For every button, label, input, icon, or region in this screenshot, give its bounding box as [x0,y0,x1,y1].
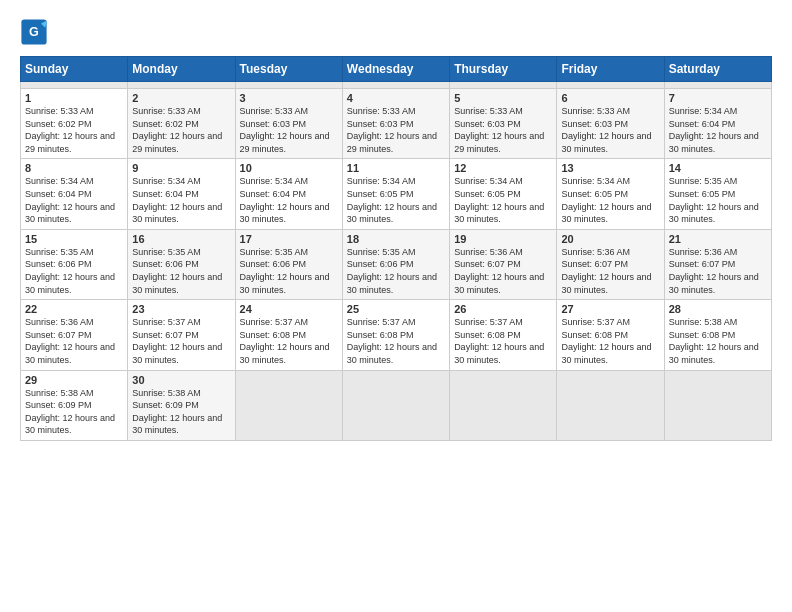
day-info: Sunrise: 5:34 AMSunset: 6:05 PMDaylight:… [454,175,552,225]
day-cell: 2 Sunrise: 5:33 AMSunset: 6:02 PMDayligh… [128,89,235,159]
day-info: Sunrise: 5:33 AMSunset: 6:03 PMDaylight:… [347,105,445,155]
day-info: Sunrise: 5:35 AMSunset: 6:06 PMDaylight:… [132,246,230,296]
day-number: 28 [669,303,767,315]
day-number: 21 [669,233,767,245]
day-info: Sunrise: 5:36 AMSunset: 6:07 PMDaylight:… [561,246,659,296]
day-info: Sunrise: 5:33 AMSunset: 6:02 PMDaylight:… [132,105,230,155]
day-cell [235,82,342,89]
logo: G [20,18,50,46]
day-number: 7 [669,92,767,104]
day-cell: 13 Sunrise: 5:34 AMSunset: 6:05 PMDaylig… [557,159,664,229]
day-number: 16 [132,233,230,245]
day-cell [128,82,235,89]
day-number: 17 [240,233,338,245]
day-number: 5 [454,92,552,104]
day-number: 13 [561,162,659,174]
day-info: Sunrise: 5:37 AMSunset: 6:08 PMDaylight:… [240,316,338,366]
day-info: Sunrise: 5:34 AMSunset: 6:04 PMDaylight:… [240,175,338,225]
day-cell [21,82,128,89]
day-cell: 12 Sunrise: 5:34 AMSunset: 6:05 PMDaylig… [450,159,557,229]
day-info: Sunrise: 5:34 AMSunset: 6:04 PMDaylight:… [132,175,230,225]
week-row-3: 15 Sunrise: 5:35 AMSunset: 6:06 PMDaylig… [21,229,772,299]
col-header-friday: Friday [557,57,664,82]
day-number: 19 [454,233,552,245]
day-cell: 15 Sunrise: 5:35 AMSunset: 6:06 PMDaylig… [21,229,128,299]
day-info: Sunrise: 5:38 AMSunset: 6:08 PMDaylight:… [669,316,767,366]
day-number: 8 [25,162,123,174]
day-cell: 25 Sunrise: 5:37 AMSunset: 6:08 PMDaylig… [342,300,449,370]
day-info: Sunrise: 5:37 AMSunset: 6:08 PMDaylight:… [561,316,659,366]
day-number: 15 [25,233,123,245]
col-header-tuesday: Tuesday [235,57,342,82]
day-cell [235,370,342,440]
week-row-1: 1 Sunrise: 5:33 AMSunset: 6:02 PMDayligh… [21,89,772,159]
day-number: 27 [561,303,659,315]
day-info: Sunrise: 5:38 AMSunset: 6:09 PMDaylight:… [132,387,230,437]
day-cell: 7 Sunrise: 5:34 AMSunset: 6:04 PMDayligh… [664,89,771,159]
day-cell: 24 Sunrise: 5:37 AMSunset: 6:08 PMDaylig… [235,300,342,370]
col-header-monday: Monday [128,57,235,82]
day-cell [342,370,449,440]
day-number: 23 [132,303,230,315]
day-cell: 17 Sunrise: 5:35 AMSunset: 6:06 PMDaylig… [235,229,342,299]
day-number: 4 [347,92,445,104]
week-row-2: 8 Sunrise: 5:34 AMSunset: 6:04 PMDayligh… [21,159,772,229]
day-cell: 26 Sunrise: 5:37 AMSunset: 6:08 PMDaylig… [450,300,557,370]
col-header-saturday: Saturday [664,57,771,82]
day-number: 25 [347,303,445,315]
day-info: Sunrise: 5:35 AMSunset: 6:06 PMDaylight:… [347,246,445,296]
day-number: 24 [240,303,338,315]
day-info: Sunrise: 5:33 AMSunset: 6:02 PMDaylight:… [25,105,123,155]
page: G SundayMondayTuesdayWednesdayThursdayFr… [0,0,792,612]
day-info: Sunrise: 5:37 AMSunset: 6:08 PMDaylight:… [454,316,552,366]
day-cell [450,370,557,440]
day-number: 14 [669,162,767,174]
day-number: 18 [347,233,445,245]
day-number: 12 [454,162,552,174]
day-number: 11 [347,162,445,174]
col-header-thursday: Thursday [450,57,557,82]
day-info: Sunrise: 5:35 AMSunset: 6:06 PMDaylight:… [25,246,123,296]
day-cell [557,370,664,440]
day-cell: 9 Sunrise: 5:34 AMSunset: 6:04 PMDayligh… [128,159,235,229]
day-number: 1 [25,92,123,104]
day-info: Sunrise: 5:38 AMSunset: 6:09 PMDaylight:… [25,387,123,437]
week-row-0 [21,82,772,89]
day-info: Sunrise: 5:36 AMSunset: 6:07 PMDaylight:… [669,246,767,296]
header: G [20,18,772,46]
day-cell: 23 Sunrise: 5:37 AMSunset: 6:07 PMDaylig… [128,300,235,370]
day-info: Sunrise: 5:35 AMSunset: 6:05 PMDaylight:… [669,175,767,225]
day-cell: 10 Sunrise: 5:34 AMSunset: 6:04 PMDaylig… [235,159,342,229]
day-number: 20 [561,233,659,245]
day-info: Sunrise: 5:34 AMSunset: 6:04 PMDaylight:… [669,105,767,155]
day-info: Sunrise: 5:37 AMSunset: 6:08 PMDaylight:… [347,316,445,366]
day-cell: 1 Sunrise: 5:33 AMSunset: 6:02 PMDayligh… [21,89,128,159]
day-cell: 18 Sunrise: 5:35 AMSunset: 6:06 PMDaylig… [342,229,449,299]
week-row-4: 22 Sunrise: 5:36 AMSunset: 6:07 PMDaylig… [21,300,772,370]
day-number: 6 [561,92,659,104]
day-cell [664,82,771,89]
header-row: SundayMondayTuesdayWednesdayThursdayFrid… [21,57,772,82]
day-info: Sunrise: 5:36 AMSunset: 6:07 PMDaylight:… [25,316,123,366]
day-number: 30 [132,374,230,386]
day-number: 3 [240,92,338,104]
day-cell: 4 Sunrise: 5:33 AMSunset: 6:03 PMDayligh… [342,89,449,159]
day-info: Sunrise: 5:34 AMSunset: 6:05 PMDaylight:… [561,175,659,225]
calendar-table: SundayMondayTuesdayWednesdayThursdayFrid… [20,56,772,441]
day-number: 29 [25,374,123,386]
day-cell: 27 Sunrise: 5:37 AMSunset: 6:08 PMDaylig… [557,300,664,370]
day-cell: 21 Sunrise: 5:36 AMSunset: 6:07 PMDaylig… [664,229,771,299]
col-header-sunday: Sunday [21,57,128,82]
day-number: 10 [240,162,338,174]
day-info: Sunrise: 5:33 AMSunset: 6:03 PMDaylight:… [454,105,552,155]
day-info: Sunrise: 5:33 AMSunset: 6:03 PMDaylight:… [561,105,659,155]
day-cell [557,82,664,89]
day-info: Sunrise: 5:35 AMSunset: 6:06 PMDaylight:… [240,246,338,296]
day-number: 9 [132,162,230,174]
day-number: 26 [454,303,552,315]
day-cell: 6 Sunrise: 5:33 AMSunset: 6:03 PMDayligh… [557,89,664,159]
day-number: 2 [132,92,230,104]
day-cell [342,82,449,89]
day-info: Sunrise: 5:37 AMSunset: 6:07 PMDaylight:… [132,316,230,366]
day-cell: 11 Sunrise: 5:34 AMSunset: 6:05 PMDaylig… [342,159,449,229]
